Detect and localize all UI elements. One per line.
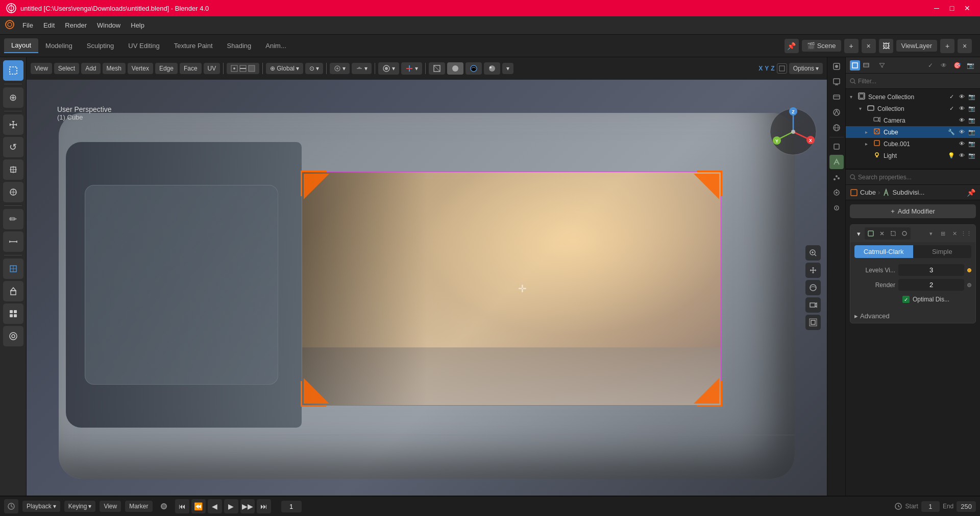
scene-selector[interactable]: 🎬 Scene bbox=[802, 40, 841, 52]
viewport-menu-select[interactable]: Select bbox=[54, 63, 79, 74]
tree-vis-eye[interactable]: 👁 bbox=[958, 93, 966, 100]
viewport-menu-edge[interactable]: Edge bbox=[155, 63, 178, 74]
outliner-search-input[interactable] bbox=[858, 78, 976, 85]
tool-annotate[interactable]: ✏ bbox=[3, 209, 23, 229]
subdivision-type-catmull[interactable]: Catmull-Clark bbox=[854, 245, 913, 258]
tree-vis-eye-cube001[interactable]: 👁 bbox=[958, 140, 966, 147]
mod-icon-realtime[interactable] bbox=[866, 228, 876, 239]
tree-vis-camera-light[interactable]: 📷 bbox=[968, 152, 976, 159]
viewport-render-region[interactable] bbox=[805, 315, 821, 330]
tree-vis-eye-cube[interactable]: 👁 bbox=[958, 129, 966, 135]
snap-toggle[interactable]: ▾ bbox=[330, 63, 350, 74]
tree-item-cube-001[interactable]: ▸ Cube.001 👁 📷 bbox=[846, 138, 980, 150]
close-button[interactable]: ✕ bbox=[961, 2, 974, 15]
tree-item-cube[interactable]: ▸ Cube 🔧 👁 📷 bbox=[846, 126, 980, 138]
tree-vis-wrench-cube[interactable]: 🔧 bbox=[947, 129, 955, 135]
maximize-button[interactable]: □ bbox=[945, 2, 959, 15]
menu-window[interactable]: Window bbox=[92, 19, 126, 31]
modifier-duplicate-btn[interactable]: ⊞ bbox=[938, 228, 948, 239]
tree-item-scene-collection[interactable]: ▾ Scene Collection ✓ 👁 📷 bbox=[846, 91, 980, 103]
transform-orientation[interactable]: ⊕ Global ▾ bbox=[266, 63, 303, 74]
modifier-advanced-row[interactable]: ▸ Advanced bbox=[850, 309, 975, 323]
outliner-type-view-layer[interactable] bbox=[861, 60, 871, 71]
shading-material[interactable] bbox=[465, 62, 482, 75]
modifier-move-btn[interactable]: ⋮⋮ bbox=[961, 228, 971, 239]
outliner-toggle-render[interactable]: 📷 bbox=[965, 60, 976, 71]
viewport-3d[interactable]: View Select Add Mesh Vertex Edge Face UV… bbox=[27, 57, 827, 496]
timeline-playback-menu[interactable]: Playback ▾ bbox=[22, 501, 60, 512]
tree-item-light[interactable]: ▸ Light 💡 👁 📷 bbox=[846, 150, 980, 161]
outliner-toggle-vis[interactable]: 👁 bbox=[938, 60, 949, 71]
timeline-jump-start[interactable]: ⏮ bbox=[175, 499, 189, 513]
tool-move[interactable] bbox=[3, 114, 23, 135]
workspace-tab-sculpting[interactable]: Sculpting bbox=[80, 39, 121, 53]
tree-vis-eye-col[interactable]: 👁 bbox=[958, 105, 966, 112]
tree-vis-eye-cam[interactable]: 👁 bbox=[958, 117, 966, 124]
levels-vi-value[interactable]: 3 bbox=[898, 264, 964, 276]
levels-vi-keyframe-dot[interactable] bbox=[967, 268, 971, 272]
viewport-menu-uv[interactable]: UV bbox=[204, 63, 220, 74]
viewport-menu-vertex[interactable]: Vertex bbox=[128, 63, 153, 74]
workspace-tab-layout[interactable]: Layout bbox=[4, 38, 38, 53]
tool-extrude[interactable] bbox=[3, 281, 23, 301]
tree-vis-camera-cube001[interactable]: 📷 bbox=[968, 140, 976, 147]
menu-render[interactable]: Render bbox=[60, 19, 92, 31]
timeline-keying-menu[interactable]: Keying ▾ bbox=[64, 501, 96, 512]
scene-add-icon[interactable]: + bbox=[844, 39, 859, 53]
viewport-overlay-btn[interactable]: ▾ bbox=[378, 62, 399, 75]
viewport-canvas[interactable]: ✛ User Perspective (1) Cube bbox=[27, 80, 827, 496]
props-tab-scene[interactable] bbox=[829, 105, 844, 120]
viewport-axis-toggle[interactable] bbox=[777, 63, 787, 74]
menu-edit[interactable]: Edit bbox=[38, 19, 60, 31]
tool-scale[interactable] bbox=[3, 159, 23, 180]
props-tab-modifiers[interactable] bbox=[829, 155, 844, 169]
blender-menu-icon[interactable] bbox=[2, 18, 17, 33]
viewport-orbit[interactable] bbox=[805, 280, 821, 295]
props-tab-view-layer[interactable] bbox=[829, 90, 844, 104]
tool-add-cube[interactable] bbox=[3, 259, 23, 279]
scene-remove-icon[interactable]: × bbox=[862, 39, 876, 53]
tree-vis-checkbox-col[interactable]: ✓ bbox=[947, 105, 955, 112]
props-tab-world[interactable] bbox=[829, 121, 844, 135]
workspace-tab-modeling[interactable]: Modeling bbox=[38, 39, 80, 53]
tree-vis-camera-cam[interactable]: 📷 bbox=[968, 117, 976, 124]
viewport-menu-view[interactable]: View bbox=[31, 63, 52, 74]
props-tab-object[interactable] bbox=[829, 139, 844, 154]
modifier-collapse-arrow[interactable]: ▾ bbox=[854, 229, 863, 238]
timeline-view-menu[interactable]: View bbox=[100, 501, 121, 512]
view-layer-selector[interactable]: ViewLayer bbox=[896, 40, 937, 52]
timeline-start-value[interactable]: 1 bbox=[921, 501, 940, 512]
modifier-apply-btn[interactable]: ▾ bbox=[926, 228, 936, 239]
minimize-button[interactable]: ─ bbox=[930, 2, 943, 15]
props-tab-constraints[interactable] bbox=[829, 201, 844, 215]
mod-icon-edit[interactable] bbox=[877, 228, 887, 239]
shading-rendered[interactable] bbox=[484, 62, 500, 75]
tool-transform[interactable] bbox=[3, 182, 23, 202]
workspace-tab-uv-editing[interactable]: UV Editing bbox=[121, 39, 166, 53]
mesh-select-mode-vertex[interactable] bbox=[227, 63, 259, 74]
proportional-edit[interactable]: ▾ bbox=[352, 63, 372, 74]
tree-vis-camera-cube[interactable]: 📷 bbox=[968, 129, 976, 135]
timeline-jump-end[interactable]: ⏭ bbox=[257, 499, 271, 513]
render-value[interactable]: 2 bbox=[898, 279, 964, 291]
timeline-prev-frame[interactable]: ⏪ bbox=[191, 499, 206, 513]
tool-rotate[interactable]: ↺ bbox=[3, 137, 23, 157]
tree-vis-checkbox[interactable]: ✓ bbox=[947, 93, 955, 100]
tree-vis-eye-light[interactable]: 👁 bbox=[958, 152, 966, 159]
timeline-marker-menu[interactable]: Marker bbox=[125, 501, 152, 512]
outliner-toggle-restrict[interactable]: ✓ bbox=[925, 60, 936, 71]
tree-vis-camera-col[interactable]: 📷 bbox=[968, 105, 976, 112]
timeline-current-frame[interactable]: 1 bbox=[281, 501, 302, 512]
viewport-gizmo-btn[interactable]: ▾ bbox=[401, 62, 422, 75]
view-layer-remove-icon[interactable]: × bbox=[958, 39, 972, 53]
subdivision-type-simple[interactable]: Simple bbox=[913, 245, 972, 258]
scene-3d-view[interactable]: ✛ User Perspective (1) Cube bbox=[27, 80, 827, 496]
viewport-menu-add[interactable]: Add bbox=[81, 63, 100, 74]
scene-pin-icon[interactable]: 📌 bbox=[785, 39, 799, 53]
render-keyframe-dot[interactable] bbox=[967, 283, 971, 287]
props-tab-particles[interactable] bbox=[829, 170, 844, 184]
viewport-zoom-in[interactable] bbox=[805, 245, 821, 261]
viewport-menu-mesh[interactable]: Mesh bbox=[103, 63, 126, 74]
optimal-dis-checkbox[interactable]: ✓ bbox=[902, 296, 910, 303]
viewport-pan[interactable] bbox=[805, 263, 821, 278]
